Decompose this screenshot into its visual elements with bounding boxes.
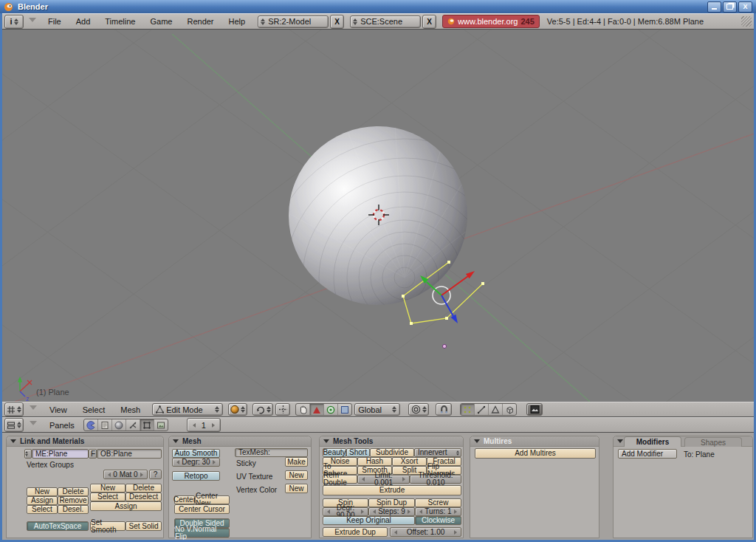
- stepper-left-icon[interactable]: [392, 530, 397, 535]
- screw-button[interactable]: Screw: [415, 498, 461, 507]
- titlebar[interactable]: Blender X: [0, 0, 756, 13]
- set-smooth-button[interactable]: Set Smooth: [90, 521, 126, 531]
- innervert-dropdown[interactable]: Innervert: [414, 448, 461, 457]
- menu-help[interactable]: Help: [222, 17, 252, 26]
- stepper-left-icon[interactable]: [371, 510, 376, 514]
- object-buttons-tab[interactable]: [126, 419, 140, 430]
- stepper-left-icon[interactable]: [174, 460, 179, 464]
- vgroup-deselect-button[interactable]: Desel.: [58, 505, 89, 514]
- viewport-shading-dropdown[interactable]: [228, 403, 247, 416]
- menu-file[interactable]: File: [41, 17, 68, 26]
- material-stepper[interactable]: 0 Mat 0: [103, 470, 148, 479]
- retopo-toggle[interactable]: Retopo: [172, 471, 220, 481]
- fake-user-button[interactable]: F: [89, 449, 97, 459]
- mode-dropdown[interactable]: Edit Mode: [152, 403, 223, 416]
- material-help-button[interactable]: ?: [149, 470, 162, 479]
- sphere-mesh[interactable]: [223, 96, 586, 402]
- panel-header[interactable]: Multires: [470, 436, 599, 447]
- stepper-right-icon[interactable]: [454, 530, 459, 535]
- translate-manipulator-button[interactable]: [310, 404, 324, 415]
- vgroup-new-button[interactable]: New: [27, 487, 58, 496]
- stepper-right-icon[interactable]: [212, 423, 217, 428]
- manipulator-enable-button[interactable]: [296, 404, 310, 415]
- panel-header[interactable]: Mesh Tools: [320, 436, 463, 447]
- auto-smooth-toggle[interactable]: Auto Smooth: [172, 449, 220, 458]
- add-modifier-button[interactable]: Add Modifier: [618, 449, 677, 459]
- stepper-right-icon[interactable]: [402, 477, 408, 481]
- keep-original-toggle[interactable]: Keep Original: [323, 516, 415, 525]
- extrude-dup-button[interactable]: Extrude Dup: [323, 527, 388, 537]
- vertex-color-new-button[interactable]: New: [285, 484, 308, 493]
- short-toggle[interactable]: Short: [346, 448, 370, 457]
- spin-degr-stepper[interactable]: Degr: 90.00: [323, 507, 368, 516]
- tab-shapes[interactable]: Shapes: [684, 437, 742, 447]
- vgroup-remove-button[interactable]: Remove: [58, 496, 89, 505]
- blender-org-badge[interactable]: www.blender.org 245: [442, 15, 540, 28]
- mat-deselect-button[interactable]: Deselect: [126, 493, 162, 501]
- vgroup-select-button[interactable]: Select: [27, 505, 58, 514]
- face-select-button[interactable]: [489, 404, 503, 415]
- screen-selector[interactable]: SR:2-Model: [258, 16, 329, 28]
- menu-select[interactable]: Select: [76, 405, 112, 414]
- panel-header[interactable]: Link and Materials: [7, 436, 163, 447]
- resize-grip[interactable]: [741, 16, 752, 27]
- menu-render[interactable]: Render: [180, 17, 220, 26]
- mat-select-button[interactable]: Select: [90, 493, 126, 501]
- panel-collapse-icon[interactable]: [10, 439, 16, 446]
- stepper-right-icon[interactable]: [213, 460, 218, 464]
- object-name-field[interactable]: OB:Plane: [97, 449, 162, 459]
- clockwise-toggle[interactable]: Clockwise: [415, 516, 461, 525]
- orientation-dropdown[interactable]: Global: [354, 403, 400, 416]
- mat-new-button[interactable]: New: [90, 484, 126, 493]
- menu-add[interactable]: Add: [69, 17, 97, 26]
- hash-button[interactable]: Hash: [357, 457, 392, 466]
- collapse-menus-icon[interactable]: [30, 421, 37, 429]
- stepper-right-icon[interactable]: [140, 473, 145, 477]
- tab-modifiers[interactable]: Modifiers: [624, 436, 681, 447]
- proportional-falloff-dropdown[interactable]: [408, 403, 429, 416]
- turns-stepper[interactable]: Turns: 1: [415, 507, 461, 516]
- xsort-button[interactable]: Xsort: [392, 457, 427, 466]
- window-type-button[interactable]: i: [4, 15, 24, 29]
- offset-stepper[interactable]: Offset: 1.00: [390, 527, 461, 537]
- spin-dup-button[interactable]: Spin Dup: [368, 498, 415, 507]
- rem-double-button[interactable]: Rem Double: [323, 475, 357, 484]
- pivot-dropdown[interactable]: [252, 403, 273, 416]
- stepper-right-icon[interactable]: [454, 510, 459, 514]
- collapse-menus-icon[interactable]: [29, 18, 36, 26]
- viewport-canvas[interactable]: z (1) Plane: [2, 30, 754, 402]
- extrude-button[interactable]: Extrude: [323, 485, 461, 495]
- minimize-button[interactable]: [707, 1, 721, 13]
- center-button[interactable]: Center: [174, 495, 195, 504]
- no-vnormal-flip-toggle[interactable]: No V.Normal Flip: [174, 528, 230, 538]
- mesh-datablock-field[interactable]: ME:Plane: [32, 449, 89, 459]
- scene-close-button[interactable]: X: [422, 15, 436, 29]
- mat-delete-button[interactable]: Delete: [126, 484, 162, 493]
- panel-collapse-icon[interactable]: [474, 439, 480, 446]
- stepper-left-icon[interactable]: [417, 510, 422, 514]
- window-type-button[interactable]: [4, 418, 24, 432]
- steps-stepper[interactable]: Steps: 9: [368, 507, 415, 516]
- panel-collapse-icon[interactable]: [323, 439, 329, 446]
- menu-game[interactable]: Game: [143, 17, 179, 26]
- menu-view[interactable]: View: [43, 405, 74, 414]
- panel-collapse-icon[interactable]: [617, 439, 623, 446]
- stepper-left-icon[interactable]: [190, 423, 196, 428]
- stepper-right-icon[interactable]: [408, 510, 413, 514]
- editing-buttons-tab[interactable]: [140, 419, 154, 430]
- edge-select-button[interactable]: [475, 404, 489, 415]
- uv-texture-new-button[interactable]: New: [285, 470, 308, 480]
- scale-manipulator-button[interactable]: [338, 404, 351, 415]
- panel-collapse-icon[interactable]: [173, 439, 179, 446]
- collapse-menus-icon[interactable]: [30, 405, 37, 414]
- scene-selector[interactable]: SCE:Scene: [350, 16, 421, 28]
- scene-buttons-tab[interactable]: [154, 419, 168, 430]
- set-solid-button[interactable]: Set Solid: [126, 521, 162, 531]
- mesh-browse-button[interactable]: [24, 449, 32, 459]
- stepper-right-icon[interactable]: [361, 510, 366, 514]
- rotate-manipulator-button[interactable]: [324, 404, 338, 415]
- screen-close-button[interactable]: X: [330, 15, 344, 29]
- occlude-geometry-button[interactable]: [503, 404, 516, 415]
- threshold-stepper[interactable]: Threshold: 0.010: [410, 475, 461, 484]
- vgroup-assign-button[interactable]: Assign: [27, 496, 58, 505]
